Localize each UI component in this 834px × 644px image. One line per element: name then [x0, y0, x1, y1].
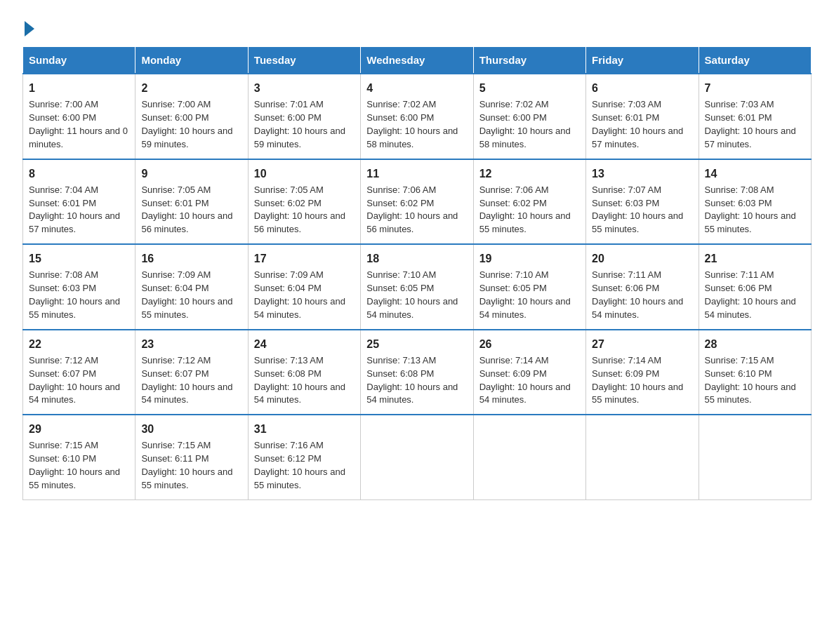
calendar-cell: 13Sunrise: 7:07 AMSunset: 6:03 PMDayligh…: [586, 159, 699, 245]
calendar-cell: 24Sunrise: 7:13 AMSunset: 6:08 PMDayligh…: [248, 330, 360, 415]
day-number: 28: [705, 336, 805, 352]
day-info: Sunrise: 7:00 AMSunset: 6:00 PMDaylight:…: [29, 99, 128, 149]
day-info: Sunrise: 7:15 AMSunset: 6:10 PMDaylight:…: [705, 355, 796, 405]
week-row-2: 8Sunrise: 7:04 AMSunset: 6:01 PMDaylight…: [23, 159, 812, 245]
day-number: 17: [254, 250, 355, 267]
day-number: 5: [479, 80, 580, 96]
calendar-cell: 5Sunrise: 7:02 AMSunset: 6:00 PMDaylight…: [473, 74, 585, 159]
calendar-cell: 27Sunrise: 7:14 AMSunset: 6:09 PMDayligh…: [586, 330, 699, 415]
day-number: 4: [366, 80, 467, 96]
day-info: Sunrise: 7:00 AMSunset: 6:00 PMDaylight:…: [141, 99, 232, 149]
day-info: Sunrise: 7:04 AMSunset: 6:01 PMDaylight:…: [29, 185, 120, 235]
day-info: Sunrise: 7:13 AMSunset: 6:08 PMDaylight:…: [366, 355, 458, 405]
day-info: Sunrise: 7:05 AMSunset: 6:01 PMDaylight:…: [141, 185, 232, 235]
calendar-cell: 10Sunrise: 7:05 AMSunset: 6:02 PMDayligh…: [248, 159, 360, 245]
day-number: 12: [479, 166, 580, 182]
calendar-header-saturday: Saturday: [699, 47, 811, 74]
day-number: 6: [592, 80, 692, 96]
calendar-cell: [699, 415, 811, 499]
calendar-cell: 22Sunrise: 7:12 AMSunset: 6:07 PMDayligh…: [23, 330, 135, 415]
day-info: Sunrise: 7:11 AMSunset: 6:06 PMDaylight:…: [705, 269, 796, 320]
day-number: 22: [29, 336, 129, 352]
calendar-cell: 15Sunrise: 7:08 AMSunset: 6:03 PMDayligh…: [23, 244, 135, 330]
day-info: Sunrise: 7:07 AMSunset: 6:03 PMDaylight:…: [592, 185, 683, 235]
calendar-header-monday: Monday: [135, 47, 248, 74]
day-info: Sunrise: 7:06 AMSunset: 6:02 PMDaylight:…: [479, 185, 571, 235]
calendar-header-friday: Friday: [586, 47, 699, 74]
day-number: 14: [705, 166, 805, 182]
day-number: 25: [366, 336, 467, 352]
calendar-cell: 31Sunrise: 7:16 AMSunset: 6:12 PMDayligh…: [248, 415, 360, 499]
day-number: 24: [254, 336, 355, 352]
logo-arrow-icon: [25, 21, 34, 36]
logo: [22, 20, 34, 34]
calendar-cell: 19Sunrise: 7:10 AMSunset: 6:05 PMDayligh…: [473, 244, 585, 330]
calendar-cell: 14Sunrise: 7:08 AMSunset: 6:03 PMDayligh…: [699, 159, 811, 245]
day-number: 1: [29, 80, 129, 96]
calendar-cell: 7Sunrise: 7:03 AMSunset: 6:01 PMDaylight…: [699, 74, 811, 159]
day-number: 18: [366, 250, 467, 267]
week-row-1: 1Sunrise: 7:00 AMSunset: 6:00 PMDaylight…: [23, 74, 812, 159]
day-number: 26: [479, 336, 580, 352]
calendar-cell: 20Sunrise: 7:11 AMSunset: 6:06 PMDayligh…: [586, 244, 699, 330]
day-info: Sunrise: 7:09 AMSunset: 6:04 PMDaylight:…: [141, 269, 232, 320]
day-info: Sunrise: 7:13 AMSunset: 6:08 PMDaylight:…: [254, 355, 345, 405]
calendar-cell: 23Sunrise: 7:12 AMSunset: 6:07 PMDayligh…: [135, 330, 248, 415]
day-number: 13: [592, 166, 692, 182]
day-info: Sunrise: 7:05 AMSunset: 6:02 PMDaylight:…: [254, 185, 345, 235]
calendar-cell: 29Sunrise: 7:15 AMSunset: 6:10 PMDayligh…: [23, 415, 135, 499]
calendar-table: SundayMondayTuesdayWednesdayThursdayFrid…: [22, 46, 812, 500]
day-number: 31: [254, 421, 355, 437]
calendar-cell: 11Sunrise: 7:06 AMSunset: 6:02 PMDayligh…: [361, 159, 473, 245]
day-info: Sunrise: 7:10 AMSunset: 6:05 PMDaylight:…: [479, 269, 571, 320]
day-number: 3: [254, 80, 355, 96]
calendar-cell: 3Sunrise: 7:01 AMSunset: 6:00 PMDaylight…: [248, 74, 360, 159]
calendar-header-sunday: Sunday: [23, 47, 135, 74]
day-info: Sunrise: 7:12 AMSunset: 6:07 PMDaylight:…: [29, 355, 120, 405]
day-number: 19: [479, 250, 580, 267]
calendar-cell: 30Sunrise: 7:15 AMSunset: 6:11 PMDayligh…: [135, 415, 248, 499]
calendar-header-row: SundayMondayTuesdayWednesdayThursdayFrid…: [23, 47, 812, 74]
day-info: Sunrise: 7:02 AMSunset: 6:00 PMDaylight:…: [479, 99, 571, 149]
calendar-cell: 12Sunrise: 7:06 AMSunset: 6:02 PMDayligh…: [473, 159, 585, 245]
calendar-cell: 1Sunrise: 7:00 AMSunset: 6:00 PMDaylight…: [23, 74, 135, 159]
calendar-cell: 25Sunrise: 7:13 AMSunset: 6:08 PMDayligh…: [361, 330, 473, 415]
calendar-cell: 6Sunrise: 7:03 AMSunset: 6:01 PMDaylight…: [586, 74, 699, 159]
day-info: Sunrise: 7:08 AMSunset: 6:03 PMDaylight:…: [705, 185, 796, 235]
day-number: 11: [366, 166, 467, 182]
day-info: Sunrise: 7:08 AMSunset: 6:03 PMDaylight:…: [29, 269, 120, 320]
week-row-5: 29Sunrise: 7:15 AMSunset: 6:10 PMDayligh…: [23, 415, 812, 499]
day-number: 21: [705, 250, 805, 267]
calendar-cell: 16Sunrise: 7:09 AMSunset: 6:04 PMDayligh…: [135, 244, 248, 330]
day-info: Sunrise: 7:03 AMSunset: 6:01 PMDaylight:…: [592, 99, 683, 149]
day-number: 2: [141, 80, 241, 96]
day-number: 20: [592, 250, 692, 267]
calendar-cell: 9Sunrise: 7:05 AMSunset: 6:01 PMDaylight…: [135, 159, 248, 245]
day-info: Sunrise: 7:11 AMSunset: 6:06 PMDaylight:…: [592, 269, 683, 320]
day-number: 30: [141, 421, 241, 437]
calendar-cell: 21Sunrise: 7:11 AMSunset: 6:06 PMDayligh…: [699, 244, 811, 330]
calendar-cell: 4Sunrise: 7:02 AMSunset: 6:00 PMDaylight…: [361, 74, 473, 159]
day-info: Sunrise: 7:14 AMSunset: 6:09 PMDaylight:…: [479, 355, 571, 405]
day-number: 9: [141, 166, 241, 182]
day-number: 29: [29, 421, 129, 437]
day-number: 23: [141, 336, 241, 352]
calendar-cell: 18Sunrise: 7:10 AMSunset: 6:05 PMDayligh…: [361, 244, 473, 330]
day-number: 8: [29, 166, 129, 182]
day-info: Sunrise: 7:06 AMSunset: 6:02 PMDaylight:…: [366, 185, 458, 235]
day-info: Sunrise: 7:02 AMSunset: 6:00 PMDaylight:…: [366, 99, 458, 149]
day-number: 16: [141, 250, 241, 267]
calendar-header-wednesday: Wednesday: [361, 47, 473, 74]
day-info: Sunrise: 7:15 AMSunset: 6:11 PMDaylight:…: [141, 440, 232, 490]
calendar-header-tuesday: Tuesday: [248, 47, 360, 74]
day-number: 15: [29, 250, 129, 267]
calendar-cell: 17Sunrise: 7:09 AMSunset: 6:04 PMDayligh…: [248, 244, 360, 330]
calendar-cell: 8Sunrise: 7:04 AMSunset: 6:01 PMDaylight…: [23, 159, 135, 245]
day-number: 10: [254, 166, 355, 182]
day-info: Sunrise: 7:14 AMSunset: 6:09 PMDaylight:…: [592, 355, 683, 405]
day-info: Sunrise: 7:03 AMSunset: 6:01 PMDaylight:…: [705, 99, 796, 149]
day-info: Sunrise: 7:15 AMSunset: 6:10 PMDaylight:…: [29, 440, 120, 490]
calendar-header-thursday: Thursday: [473, 47, 585, 74]
day-info: Sunrise: 7:10 AMSunset: 6:05 PMDaylight:…: [366, 269, 458, 320]
calendar-cell: 26Sunrise: 7:14 AMSunset: 6:09 PMDayligh…: [473, 330, 585, 415]
